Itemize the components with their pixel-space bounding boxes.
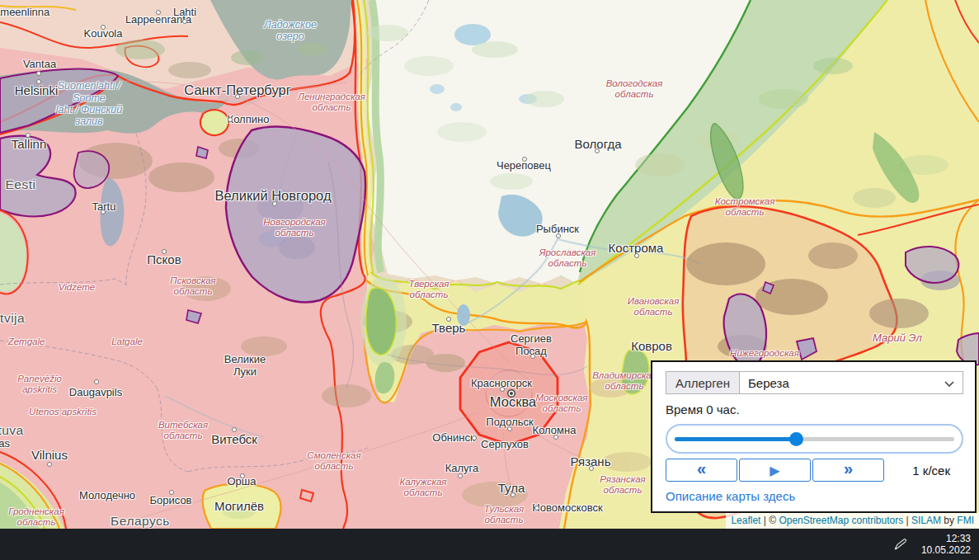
clock-date: 10.05.2022 (921, 544, 971, 556)
rewind-button[interactable]: « (666, 459, 737, 482)
time-slider[interactable] (666, 424, 963, 454)
taskbar-clock[interactable]: 12:33 10.05.2022 (921, 533, 971, 556)
desktop-screen: HämeenlinnaLahtiLappeenrantaKouvolaVanta… (0, 0, 979, 560)
time-label: Время 0 час. (666, 402, 963, 416)
slider-thumb[interactable] (789, 432, 803, 446)
fmi-link[interactable]: FMI (957, 515, 974, 526)
allergen-selected-value: Береза (748, 376, 789, 390)
map-attribution: Leaflet | © OpenStreetMap contributors |… (726, 513, 979, 529)
allergen-select[interactable]: Береза (739, 371, 963, 394)
clock-time: 12:33 (921, 533, 971, 544)
allergen-label: Аллерген (666, 371, 739, 394)
attribution-by-text: by (941, 515, 957, 526)
play-button[interactable]: ▶ (739, 459, 811, 482)
silam-link[interactable]: SILAM (911, 515, 941, 526)
windows-ink-pen-icon[interactable] (892, 535, 910, 553)
slider-fill (675, 437, 796, 441)
taskbar: 12:33 10.05.2022 (0, 529, 979, 560)
slider-track[interactable] (675, 437, 954, 441)
copyright-symbol: © (769, 515, 779, 526)
osm-link[interactable]: OpenStreetMap contributors (779, 515, 903, 526)
attribution-separator: | (760, 515, 769, 526)
chevron-down-icon (944, 381, 954, 387)
forward-button[interactable]: » (812, 459, 884, 482)
leaflet-link[interactable]: Leaflet (731, 515, 760, 526)
control-panel: Аллерген Береза Время 0 час. « ▶ » 1 к/с… (651, 360, 977, 513)
map-description-link[interactable]: Описание карты здесь (666, 489, 795, 503)
attribution-separator: | (903, 515, 911, 526)
speed-label: 1 к/сек (912, 464, 950, 478)
